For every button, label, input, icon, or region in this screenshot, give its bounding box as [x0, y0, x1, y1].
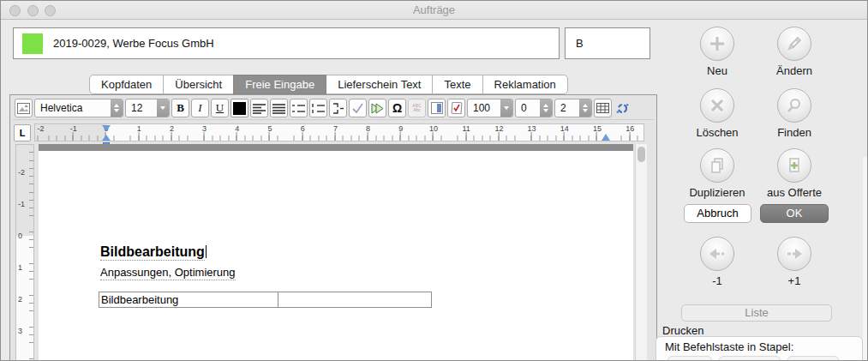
ruler-number: 4 — [235, 124, 239, 133]
ruler-number: 12 — [494, 124, 503, 133]
search-icon[interactable] — [777, 88, 811, 123]
plus-one-button[interactable]: +1 — [756, 237, 833, 287]
doc-table-cell[interactable] — [278, 292, 431, 307]
ruler-number: 2 — [18, 295, 22, 304]
abc-line2: Abc — [413, 108, 421, 112]
loeschen-button[interactable]: Löschen — [679, 88, 756, 139]
tab-texte[interactable]: Texte — [432, 75, 482, 94]
liste-button[interactable]: Liste — [681, 304, 832, 322]
left-indent-marker[interactable] — [102, 135, 111, 141]
hyphenation-icon[interactable] — [329, 99, 347, 117]
font-family-select[interactable]: Helvetica — [34, 99, 123, 117]
list-dash-icon[interactable] — [290, 99, 308, 117]
run-icon[interactable] — [368, 99, 386, 117]
close-x-icon[interactable] — [700, 88, 734, 123]
special-char-button[interactable]: Ω — [388, 99, 406, 117]
ruler-number: 6 — [301, 124, 305, 133]
font-size-dropdown[interactable] — [157, 99, 169, 117]
tab-bar: Kopfdaten Übersicht Freie Eingabe Liefer… — [89, 75, 568, 94]
vertical-ruler[interactable]: -2-10123 — [15, 144, 34, 361]
code-field-value: B — [576, 37, 584, 50]
first-line-indent-marker[interactable] — [102, 125, 111, 131]
list-number-icon[interactable] — [309, 99, 327, 117]
spacing-stepper[interactable]: 0 — [515, 99, 553, 117]
document-scrollbar[interactable] — [635, 144, 647, 361]
aus-offerte-button[interactable]: aus Offerte — [756, 148, 833, 199]
cutoff-button[interactable] — [719, 356, 781, 361]
font-family-stepper[interactable] — [111, 99, 123, 117]
format-toolbar: Helvetica 12 B I U — [13, 97, 654, 120]
status-color-swatch — [22, 33, 43, 54]
tab-uebersicht[interactable]: Übersicht — [163, 75, 234, 94]
pencil-icon[interactable] — [777, 27, 811, 61]
text-color-swatch[interactable] — [230, 99, 248, 117]
ruler-number: 7 — [333, 124, 338, 133]
tab-lieferschein-text[interactable]: Lieferschein Text — [326, 75, 433, 94]
arrow-left-icon[interactable] — [700, 237, 734, 271]
aendern-button[interactable]: Ändern — [756, 27, 833, 77]
checked-page-icon[interactable] — [447, 99, 465, 117]
abbruch-button[interactable]: Abbruch — [684, 204, 751, 223]
bold-button[interactable]: B — [171, 99, 189, 117]
ruler-number: 8 — [366, 124, 370, 133]
aus-offerte-label: aus Offerte — [756, 186, 833, 199]
window-title: Aufträge — [1, 3, 867, 16]
duplizieren-label: Duplizieren — [679, 186, 756, 199]
order-field[interactable]: 2019-0029, Werbe Focus GmbH — [13, 27, 560, 59]
italic-button[interactable]: I — [191, 99, 209, 117]
page-plus-icon[interactable] — [777, 148, 811, 183]
insert-image-button[interactable] — [15, 99, 33, 117]
abc-autocorrect-icon[interactable]: ABC Abc — [408, 99, 426, 117]
scrollbar-thumb[interactable] — [638, 147, 645, 162]
doc-table[interactable]: Bildbearbeitung — [99, 292, 432, 308]
plus-icon[interactable] — [700, 27, 734, 61]
right-indent-marker[interactable] — [602, 134, 610, 141]
doc-subheading: Anpassungen, Optimierung — [100, 266, 236, 279]
ruler-number: 1 — [137, 124, 141, 133]
ruler-number: 3 — [202, 124, 207, 133]
finden-label: Finden — [756, 126, 833, 139]
ok-button[interactable]: OK — [760, 204, 829, 223]
code-field[interactable]: B — [565, 27, 650, 59]
ruler-number: 10 — [429, 124, 438, 133]
doc-table-cell[interactable]: Bildbearbeitung — [99, 292, 278, 307]
ruler-number: 5 — [267, 124, 272, 133]
ruler-number: 13 — [528, 124, 536, 133]
minus-one-button[interactable]: -1 — [679, 237, 756, 287]
spacing-arrows[interactable] — [540, 99, 552, 117]
horizontal-ruler[interactable]: -2-1012345678910111213141516 — [34, 123, 644, 141]
zoom-value: 100 — [468, 102, 500, 114]
document-page[interactable]: Bildbearbeitung Anpassungen, Optimierung… — [39, 151, 633, 361]
sync-gear-icon[interactable] — [614, 99, 632, 117]
duplizieren-button[interactable]: Duplizieren — [679, 148, 756, 199]
aendern-label: Ändern — [756, 64, 833, 77]
arrow-right-icon[interactable] — [777, 237, 811, 271]
cutoff-button[interactable] — [787, 356, 839, 361]
font-size-select[interactable]: 12 — [125, 99, 170, 117]
columns-stepper[interactable]: 2 — [554, 99, 592, 117]
align-left-icon[interactable] — [250, 99, 268, 117]
ruler-number: -2 — [18, 168, 25, 177]
underline-button[interactable]: U — [211, 99, 229, 117]
tab-reklamation[interactable]: Reklamation — [482, 75, 568, 94]
order-field-value: 2019-0029, Werbe Focus GmbH — [53, 37, 214, 50]
spacing-value: 0 — [516, 102, 540, 114]
zoom-dropdown[interactable] — [500, 99, 512, 117]
duplicate-icon[interactable] — [700, 148, 734, 183]
table-grid-icon[interactable] — [594, 99, 612, 117]
ruler-number: -1 — [18, 200, 25, 208]
tab-kopfdaten[interactable]: Kopfdaten — [89, 75, 164, 94]
page-layout-icon[interactable] — [428, 99, 446, 117]
ruler-number: 16 — [626, 124, 634, 133]
cutoff-button[interactable] — [667, 356, 712, 361]
doc-heading-text: Bildbearbeitung — [100, 244, 205, 261]
neu-button[interactable]: Neu — [679, 27, 756, 77]
spell-check-icon[interactable] — [349, 99, 367, 117]
ruler-number: 9 — [398, 124, 403, 133]
columns-arrows[interactable] — [579, 99, 591, 117]
align-justify-icon[interactable] — [270, 99, 288, 117]
tab-freie-eingabe[interactable]: Freie Eingabe — [233, 75, 326, 94]
tab-stop-selector[interactable]: L — [14, 124, 31, 141]
zoom-select[interactable]: 100 — [467, 99, 513, 117]
finden-button[interactable]: Finden — [756, 88, 833, 139]
